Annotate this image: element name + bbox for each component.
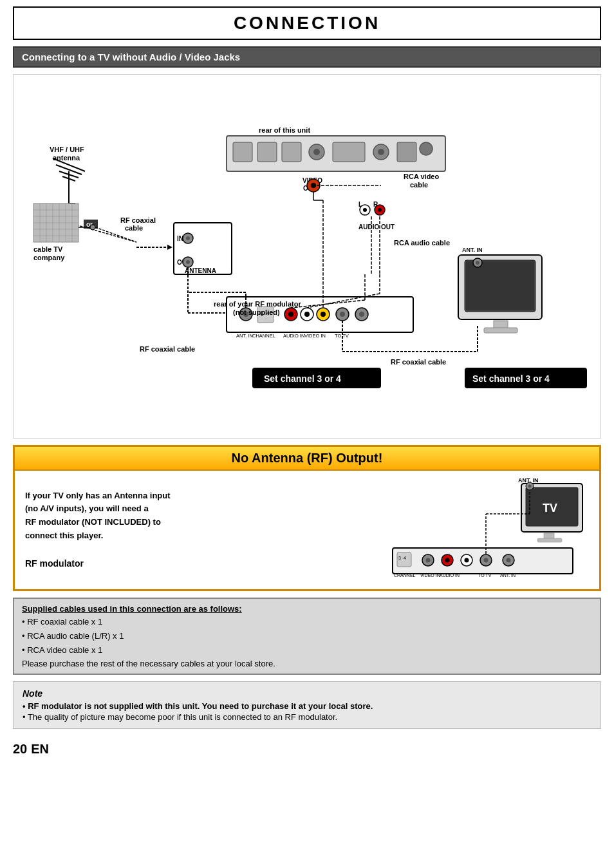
rf-modulator-diagram: ANT. IN TV 3 4 <box>383 478 589 581</box>
mini-tv: ANT. IN TV <box>518 478 582 542</box>
svg-marker-26 <box>167 245 172 250</box>
svg-point-120 <box>445 558 450 563</box>
company-label: company <box>33 254 65 261</box>
page-number: 20 <box>13 742 27 757</box>
antenna-unit: ANTENNA IN OUT <box>174 223 232 274</box>
svg-point-48 <box>311 183 316 188</box>
vhf-label: VHF / UHF <box>50 146 84 153</box>
svg-rect-36 <box>233 142 252 162</box>
no-antenna-title-text: No Antenna (RF) Output! <box>232 451 383 465</box>
tv-right: ANT. IN <box>458 247 542 333</box>
svg-point-40 <box>313 149 320 155</box>
svg-text:TV: TV <box>543 502 557 514</box>
svg-point-43 <box>378 149 384 155</box>
page-title-bar: CONNECTION <box>13 6 601 40</box>
svg-point-34 <box>186 260 190 264</box>
svg-text:CHANNEL: CHANNEL <box>394 573 416 578</box>
svg-rect-41 <box>333 142 365 162</box>
rf-coaxial-bottom-label: RF coaxial cable <box>140 345 195 353</box>
purchase-note: Please purchase the rest of the necessar… <box>22 659 592 668</box>
cable-item-3: • RCA video cable x 1 <box>22 643 592 657</box>
svg-rect-100 <box>484 328 517 333</box>
page-suffix: EN <box>31 742 49 757</box>
section-header: Connecting to a TV without Audio / Video… <box>13 46 601 68</box>
set-channel-right: Set channel 3 or 4 <box>472 373 550 384</box>
no-antenna-box: No Antenna (RF) Output! If your TV only … <box>13 445 601 591</box>
svg-point-122 <box>465 558 469 563</box>
note-normal: • The quality of picture may become poor… <box>23 712 591 722</box>
cables-title: Supplied cables used in this connection … <box>22 604 592 614</box>
na-text-line3: RF modulator (NOT INCLUDED) to <box>25 516 370 529</box>
cable-label: cable <box>125 224 143 232</box>
rf-coaxial-label: RF coaxial <box>120 216 156 224</box>
cables-box: Supplied cables used in this connection … <box>13 598 601 675</box>
svg-point-108 <box>528 485 532 488</box>
svg-rect-27 <box>174 223 232 274</box>
svg-point-70 <box>304 312 310 317</box>
svg-rect-99 <box>494 321 508 328</box>
svg-text:VIDEO IN: VIDEO IN <box>420 573 440 578</box>
page-wrapper: CONNECTION Connecting to a TV without Au… <box>0 6 614 789</box>
svg-point-56 <box>378 208 382 212</box>
svg-text:VIDEO IN: VIDEO IN <box>304 333 326 339</box>
no-antenna-text: If your TV only has an Antenna input (no… <box>25 489 370 571</box>
note-bold: • RF modulator is not supplied with this… <box>23 701 591 711</box>
svg-text:ANT. IN: ANT. IN <box>500 573 516 578</box>
na-text-line4: connect this player. <box>25 529 370 543</box>
cable-item-2: • RCA audio cable (L/R) x 1 <box>22 629 592 643</box>
svg-text:TO TV: TO TV <box>478 573 492 578</box>
mini-rf-modulator: 3 4 CHANNEL VIDEO IN <box>393 548 573 578</box>
svg-point-76 <box>359 312 364 317</box>
svg-point-53 <box>363 208 367 212</box>
svg-text:CHANNEL: CHANNEL <box>252 333 275 339</box>
svg-point-124 <box>484 558 488 563</box>
svg-text:TO TV: TO TV <box>335 333 349 339</box>
set-channel-bottom: Set channel 3 or 4 <box>264 373 341 384</box>
svg-point-72 <box>321 312 326 317</box>
svg-point-118 <box>426 558 431 563</box>
na-text-line2: (no A/V inputs), you will need a <box>25 502 370 516</box>
svg-text:3: 3 <box>398 556 401 560</box>
svg-rect-38 <box>282 142 301 162</box>
rca-video-cable-label: RCA video <box>404 173 439 180</box>
svg-text:ANT. IN: ANT. IN <box>236 333 253 339</box>
section-title: Connecting to a TV without Audio / Video… <box>22 52 240 62</box>
connection-diagram: VHF / UHF antenna or <box>14 75 600 435</box>
cable-item-1: • RF coaxial cable x 1 <box>22 615 592 629</box>
svg-rect-111 <box>544 533 554 538</box>
page-title: CONNECTION <box>14 13 600 33</box>
note-title: Note <box>23 688 591 699</box>
svg-point-31 <box>186 236 190 240</box>
svg-text:4: 4 <box>404 556 406 560</box>
svg-text:cable: cable <box>410 181 428 189</box>
rf-coaxial-right-label: RF coaxial cable <box>391 358 446 366</box>
svg-text:(not supplied): (not supplied) <box>233 308 280 316</box>
svg-point-103 <box>476 261 479 265</box>
svg-rect-44 <box>397 142 416 162</box>
svg-rect-112 <box>537 538 562 542</box>
svg-rect-98 <box>466 261 534 310</box>
svg-text:ANTENNA: ANTENNA <box>185 267 216 274</box>
svg-point-74 <box>340 312 345 317</box>
cables-list: • RF coaxial cable x 1 • RCA audio cable… <box>22 615 592 657</box>
rf-modulator-mini-svg: ANT. IN TV 3 4 <box>383 478 589 581</box>
rear-unit-label: rear of this unit <box>259 126 310 134</box>
svg-point-126 <box>507 558 511 563</box>
svg-point-45 <box>420 142 433 155</box>
cable-tv-label: cable TV <box>33 245 63 253</box>
svg-text:ANT. IN: ANT. IN <box>518 478 539 484</box>
no-antenna-content: If your TV only has an Antenna input (no… <box>15 471 599 589</box>
svg-text:AUDIO IN: AUDIO IN <box>283 333 304 339</box>
no-antenna-title: No Antenna (RF) Output! <box>15 447 599 471</box>
svg-text:ANT. IN: ANT. IN <box>462 247 483 253</box>
audio-out-label: AUDIO OUT <box>358 223 395 231</box>
na-text-line1: If your TV only has an Antenna input <box>25 489 370 503</box>
svg-rect-37 <box>257 142 277 162</box>
svg-point-68 <box>288 312 293 317</box>
diagram-area: VHF / UHF antenna or <box>13 74 601 439</box>
unit-rear <box>227 136 445 171</box>
antenna-label: antenna <box>53 154 80 162</box>
rca-audio-cable-label: RCA audio cable <box>394 239 450 247</box>
page-number-area: 20 EN <box>13 742 601 757</box>
note-box: Note • RF modulator is not supplied with… <box>13 681 601 729</box>
